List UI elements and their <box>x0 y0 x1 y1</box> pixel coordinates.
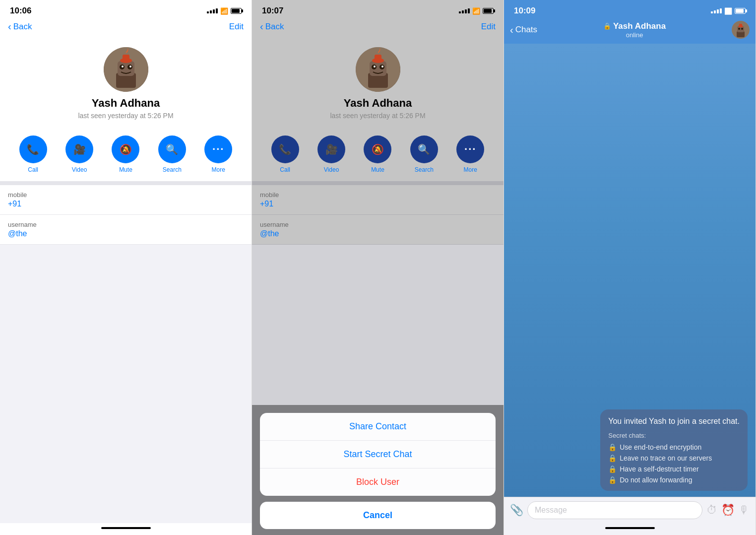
secret-chat-message-bubble: You invited Yash to join a secret chat. … <box>600 409 748 491</box>
chevron-left-icon-2: ‹ <box>260 21 263 32</box>
profile-status-1: last seen yesterday at 5:26 PM <box>78 112 173 120</box>
time-2: 10:07 <box>262 6 283 16</box>
call-button-2[interactable]: 📞 Call <box>271 135 299 173</box>
back-button-2[interactable]: ‹ Back <box>260 21 284 32</box>
svg-rect-8 <box>123 55 129 62</box>
search-icon-1: 🔍 <box>166 143 178 155</box>
profile-status-2: last seen yesterday at 5:26 PM <box>330 112 425 120</box>
message-input[interactable]: Message <box>527 501 702 519</box>
username-row: username @the <box>0 215 252 245</box>
mute-icon-2: 🔕 <box>372 143 384 155</box>
panel-2: 10:07 📶 ‹ Back Edit <box>252 0 504 535</box>
search-label-1: Search <box>163 166 182 173</box>
search-icon-2: 🔍 <box>418 143 430 155</box>
time-3: 10:09 <box>514 6 535 16</box>
edit-button-2[interactable]: Edit <box>481 22 496 32</box>
bubble-item-1: 🔒 Leave no trace on our servers <box>608 454 740 462</box>
bubble-subtitle: Secret chats: <box>608 432 740 439</box>
chat-online-status: online <box>626 31 643 39</box>
svg-point-5 <box>122 66 124 67</box>
svg-point-14 <box>374 66 376 67</box>
wifi-icon-2: 📶 <box>472 7 480 15</box>
mobile-value[interactable]: +91 <box>8 200 244 208</box>
empty-content-1 <box>0 245 252 523</box>
status-icons-1: 📶 <box>207 7 242 15</box>
lock-icon-2: 🔒 <box>608 465 617 473</box>
video-button-2[interactable]: 🎥 Video <box>317 135 345 173</box>
call-label-2: Call <box>280 166 290 173</box>
timer-icon-button[interactable]: ⏱ <box>706 504 717 517</box>
home-indicator-1 <box>0 523 252 535</box>
share-contact-label: Share Contact <box>349 421 406 431</box>
status-icons-2: 📶 <box>459 7 494 15</box>
cancel-button[interactable]: Cancel <box>260 502 496 529</box>
cancel-label: Cancel <box>363 510 392 520</box>
chevron-left-icon: ‹ <box>8 21 11 32</box>
edit-button-1[interactable]: Edit <box>229 22 244 32</box>
chat-avatar[interactable] <box>732 21 750 39</box>
call-label-1: Call <box>28 166 38 173</box>
bubble-item-text-3: Do not allow forwarding <box>620 476 692 484</box>
call-circle: 📞 <box>19 135 47 163</box>
more-label-2: More <box>464 166 477 173</box>
voice-button[interactable]: 🎙 <box>739 504 750 517</box>
bubble-item-0: 🔒 Use end-to-end encryption <box>608 443 740 451</box>
chevron-left-icon-3: ‹ <box>510 24 513 36</box>
search-button-1[interactable]: 🔍 Search <box>158 135 186 173</box>
mute-button-1[interactable]: 🔕 Mute <box>112 135 139 173</box>
mobile-row: mobile +91 <box>0 185 252 215</box>
share-contact-button[interactable]: Share Contact <box>260 413 496 441</box>
clock-icon-button[interactable]: ⏰ <box>721 504 735 517</box>
search-circle: 🔍 <box>158 135 186 163</box>
mute-circle-2: 🔕 <box>364 135 391 163</box>
chat-nav-title: 🔒 Yash Adhana online <box>603 21 666 39</box>
battery-icon-2 <box>483 8 494 14</box>
video-label-1: Video <box>72 166 87 173</box>
more-button-2[interactable]: ··· More <box>456 135 484 173</box>
more-button-1[interactable]: ··· More <box>204 135 232 173</box>
call-circle-2: 📞 <box>271 135 299 163</box>
block-user-button[interactable]: Block User <box>260 468 496 496</box>
lock-icon-1: 🔒 <box>608 454 617 462</box>
profile-section-2: Yash Adhana last seen yesterday at 5:26 … <box>252 37 504 128</box>
username-value[interactable]: @the <box>8 229 244 238</box>
avatar-2 <box>356 47 400 92</box>
bubble-item-text-2: Have a self-destruct timer <box>620 465 699 473</box>
signal-icon-3 <box>711 8 722 13</box>
wifi-icon: 📶 <box>220 7 228 15</box>
back-button-1[interactable]: ‹ Back <box>8 21 32 32</box>
chats-back-button[interactable]: ‹ Chats <box>510 24 537 36</box>
start-secret-chat-button[interactable]: Start Secret Chat <box>260 441 496 468</box>
lock-icon-0: 🔒 <box>608 443 617 451</box>
video-button-1[interactable]: 🎥 Video <box>65 135 93 173</box>
modal-overlay: Share Contact Start Secret Chat Block Us… <box>252 405 504 535</box>
home-indicator-3 <box>504 523 756 535</box>
divider-2 <box>252 181 504 185</box>
more-label-1: More <box>212 166 225 173</box>
bubble-item-3: 🔒 Do not allow forwarding <box>608 476 740 484</box>
username-value-2[interactable]: @the <box>260 229 496 238</box>
svg-point-21 <box>738 28 740 30</box>
battery-icon <box>231 8 242 14</box>
more-circle: ··· <box>204 135 232 163</box>
mute-circle: 🔕 <box>112 135 139 163</box>
profile-name-2: Yash Adhana <box>344 97 412 110</box>
phone-icon-2: 📞 <box>279 143 291 155</box>
video-icon: 🎥 <box>73 143 86 155</box>
search-circle-2: 🔍 <box>410 135 438 163</box>
bubble-item-2: 🔒 Have a self-destruct timer <box>608 465 740 473</box>
mute-button-2[interactable]: 🔕 Mute <box>364 135 391 173</box>
profile-name-1: Yash Adhana <box>92 97 160 110</box>
call-button-1[interactable]: 📞 Call <box>19 135 47 173</box>
username-label: username <box>8 221 244 228</box>
username-row-2: username @the <box>252 215 504 245</box>
mobile-value-2[interactable]: +91 <box>260 200 496 208</box>
info-section-2: mobile +91 username @the <box>252 185 504 245</box>
bubble-item-text-0: Use end-to-end encryption <box>620 443 701 451</box>
search-button-2[interactable]: 🔍 Search <box>410 135 438 173</box>
attachment-button[interactable]: 📎 <box>510 504 523 517</box>
svg-point-22 <box>741 28 743 30</box>
signal-icon <box>207 8 218 13</box>
nav-bar-2: ‹ Back Edit <box>252 18 504 37</box>
chat-input-bar: 📎 Message ⏱ ⏰ 🎙 <box>504 497 756 523</box>
